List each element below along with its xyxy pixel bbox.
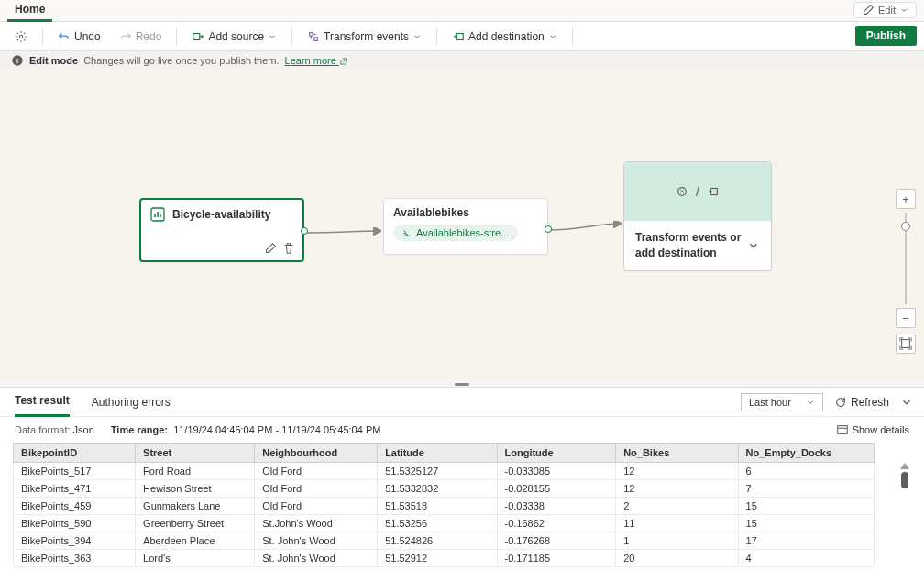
table-cell: Ford Road: [136, 463, 255, 480]
connector-2: [548, 221, 625, 234]
table-row[interactable]: BikePoints_471Hewison StreetOld Ford51.5…: [14, 480, 874, 498]
results-grid-container: BikepointIDStreetNeighbourhoodLatitudeLo…: [0, 443, 924, 570]
external-link-icon: [339, 57, 348, 66]
refresh-button[interactable]: Refresh: [830, 394, 893, 411]
table-cell: BikePoints_394: [14, 532, 136, 550]
col-street[interactable]: Street: [136, 444, 255, 463]
chip-label: Availablebikes-stre...: [416, 227, 509, 238]
col-latitude[interactable]: Latitude: [378, 444, 497, 463]
separator: [572, 27, 573, 46]
zoom-fit-button[interactable]: [896, 334, 916, 354]
table-cell: BikePoints_471: [14, 480, 136, 498]
tab-authoring-errors[interactable]: Authoring errors: [92, 389, 170, 416]
scroll-indicator[interactable]: [900, 463, 909, 488]
table-cell: Gunmakers Lane: [136, 498, 255, 515]
table-cell: St.John's Wood: [255, 515, 378, 532]
info-icon: i: [11, 54, 24, 67]
port-op-out[interactable]: [544, 225, 552, 233]
transform-events-button[interactable]: Transform events: [300, 27, 429, 47]
table-cell: 15: [738, 498, 874, 515]
refresh-label: Refresh: [851, 396, 889, 409]
separator: [292, 27, 292, 46]
col-no_empty_docks[interactable]: No_Empty_Docks: [738, 444, 874, 463]
time-filter-dropdown[interactable]: Last hour: [741, 393, 823, 411]
zoom-slider-thumb[interactable]: [901, 222, 910, 231]
destination-icon: [452, 30, 465, 43]
table-cell: -0.03338: [497, 498, 616, 515]
format-key: Data format:: [15, 424, 71, 435]
col-neighbourhood[interactable]: Neighbourhood: [255, 444, 378, 463]
table-cell: 7: [738, 480, 874, 498]
learn-more-link[interactable]: Learn more: [285, 55, 348, 66]
table-cell: St. John's Wood: [255, 532, 378, 550]
refresh-icon: [834, 396, 847, 409]
transform-icon: [307, 30, 320, 43]
destination-icon: [707, 185, 720, 198]
stream-chip[interactable]: Availablebikes-stre...: [393, 225, 518, 241]
scrollbar-thumb[interactable]: [901, 472, 908, 488]
col-longitude[interactable]: Longitude: [497, 444, 616, 463]
format-value: Json: [73, 424, 94, 435]
chevron-down-icon[interactable]: [747, 239, 760, 252]
port-source-out[interactable]: [301, 227, 308, 235]
trash-icon[interactable]: [282, 242, 295, 255]
table-row[interactable]: BikePoints_459Gunmakers LaneOld Ford51.5…: [14, 498, 874, 515]
flow-canvas[interactable]: Bicycle-availability Availablebikes Avai…: [0, 70, 924, 381]
publish-button[interactable]: Publish: [855, 26, 917, 46]
add-source-label: Add source: [208, 30, 264, 43]
table-cell: 12: [616, 480, 738, 498]
zoom-out-button[interactable]: −: [896, 308, 916, 328]
svg-point-0: [19, 35, 23, 38]
undo-label: Undo: [74, 30, 101, 43]
table-cell: 12: [616, 463, 738, 480]
add-source-button[interactable]: Add source: [184, 27, 284, 47]
table-row[interactable]: BikePoints_363Lord'sSt. John's Wood51.52…: [14, 550, 874, 567]
connector-1: [304, 227, 385, 238]
svg-rect-9: [837, 426, 847, 434]
tab-test-result[interactable]: Test result: [15, 387, 70, 417]
pencil-icon[interactable]: [264, 242, 277, 255]
tab-home[interactable]: Home: [7, 0, 52, 22]
zoom-in-button[interactable]: +: [896, 189, 916, 209]
chevron-down-icon: [806, 398, 815, 407]
table-cell: -0.033085: [497, 463, 616, 480]
table-row[interactable]: BikePoints_517Ford RoadOld Ford51.532512…: [14, 463, 874, 480]
settings-button[interactable]: [7, 27, 35, 47]
undo-button[interactable]: Undo: [50, 27, 108, 47]
redo-label: Redo: [136, 30, 162, 43]
node-operation[interactable]: Availablebikes Availablebikes-stre...: [383, 198, 548, 255]
table-cell: 51.53256: [378, 515, 497, 532]
chevron-down-icon: [268, 32, 277, 41]
table-cell: -0.16862: [497, 515, 616, 532]
chevron-down-icon: [548, 32, 557, 41]
edit-label: Edit: [878, 5, 896, 16]
tab-bar: Home Edit: [0, 0, 924, 22]
svg-rect-8: [902, 340, 910, 348]
edit-dropdown[interactable]: Edit: [853, 2, 917, 18]
table-cell: 15: [738, 515, 874, 532]
separator: [176, 27, 177, 46]
redo-button[interactable]: Redo: [112, 27, 170, 47]
node-destination-placeholder[interactable]: / Transform events or add destination: [623, 161, 772, 271]
add-destination-button[interactable]: Add destination: [445, 27, 565, 47]
table-cell: Old Ford: [255, 498, 378, 515]
table-row[interactable]: BikePoints_590Greenberry StreetSt.John's…: [14, 515, 874, 532]
table-cell: Old Ford: [255, 480, 378, 498]
zoom-slider-track[interactable]: [905, 213, 907, 304]
chevron-down-icon[interactable]: [900, 396, 913, 409]
panel-tabs: Test result Authoring errors Last hour R…: [0, 388, 924, 417]
col-bikepointid[interactable]: BikepointID: [14, 444, 136, 463]
node-source[interactable]: Bicycle-availability: [139, 198, 304, 262]
table-cell: BikePoints_517: [14, 463, 136, 480]
add-destination-label: Add destination: [468, 30, 544, 43]
table-row[interactable]: BikePoints_394Aberdeen PlaceSt. John's W…: [14, 532, 874, 550]
table-cell: -0.028155: [497, 480, 616, 498]
bar-chart-icon: [150, 207, 165, 222]
node-dest-label: Transform events or add destination: [635, 230, 747, 261]
col-no_bikes[interactable]: No_Bikes: [616, 444, 738, 463]
slash-separator: /: [696, 184, 699, 199]
show-details-button[interactable]: Show details: [836, 423, 909, 436]
range-value: 11/19/24 04:45:04 PM - 11/19/24 05:45:04…: [173, 424, 380, 435]
svg-rect-2: [456, 33, 463, 39]
grip-icon: [455, 383, 469, 386]
